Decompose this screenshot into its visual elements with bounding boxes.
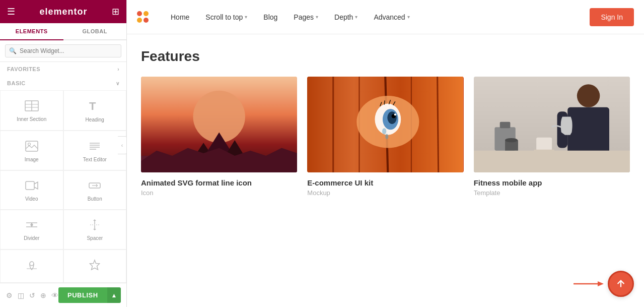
- widget-image[interactable]: Image: [0, 131, 63, 170]
- widget-star[interactable]: [63, 250, 127, 283]
- map-icon: [25, 259, 38, 272]
- widget-spacer[interactable]: Spacer: [63, 210, 127, 249]
- tab-global[interactable]: GLOBAL: [63, 23, 127, 39]
- widget-label: Inner Section: [17, 116, 46, 122]
- nav-logo: [137, 11, 149, 23]
- sidebar-collapse-button[interactable]: ‹: [118, 136, 127, 154]
- svg-text:T: T: [89, 100, 96, 112]
- publish-dropdown-button[interactable]: ▲: [107, 287, 121, 303]
- nav-links: Home Scroll to top ▾ Blog Pages ▾ Depth …: [164, 9, 590, 25]
- sidebar: ☰ elementor ⊞ ELEMENTS GLOBAL 🔍 FAVORITE…: [0, 0, 127, 307]
- layers-icon[interactable]: ◫: [18, 291, 24, 299]
- heading-icon: T: [88, 100, 101, 114]
- nav-blog[interactable]: Blog: [256, 9, 284, 25]
- scroll-top-wrapper: [574, 271, 634, 297]
- svg-marker-64: [598, 281, 604, 286]
- logo-dot-3: [137, 18, 142, 23]
- nav-pages[interactable]: Pages ▾: [287, 9, 325, 25]
- widget-button[interactable]: Button: [63, 170, 127, 210]
- spacer-icon: [88, 219, 101, 232]
- feature-card-2[interactable]: E-commerce UI kit Mockup: [307, 77, 463, 197]
- chevron-down-icon: ▾: [316, 14, 318, 20]
- features-grid: Animated SVG format line icon Icon: [141, 77, 630, 197]
- chevron-right-icon: ›: [117, 67, 119, 72]
- logo-dot-4: [144, 18, 149, 23]
- bottom-icons: ⚙ ◫ ↺ ⊕ 👁: [6, 291, 58, 299]
- feature-subtitle-2: Mockup: [307, 189, 463, 197]
- logo-dot-2: [144, 11, 149, 16]
- section-favorites[interactable]: FAVORITES ›: [0, 62, 126, 76]
- arrow-up-icon: [615, 278, 626, 289]
- svg-rect-58: [499, 122, 510, 128]
- widget-video[interactable]: Video: [0, 170, 63, 210]
- sidebar-bottom: ⚙ ◫ ↺ ⊕ 👁 PUBLISH ▲: [0, 283, 126, 307]
- svg-rect-54: [567, 107, 609, 154]
- page-title: Features: [141, 48, 630, 65]
- tab-elements[interactable]: ELEMENTS: [0, 23, 63, 40]
- feature-card-3[interactable]: Fitness mobile app Template: [474, 77, 630, 197]
- settings-icon[interactable]: ⚙: [6, 291, 13, 299]
- feature-subtitle-3: Template: [474, 189, 630, 197]
- page-content: Features: [127, 34, 644, 307]
- inner-section-icon: [25, 100, 39, 113]
- button-icon: [88, 180, 101, 193]
- section-basic[interactable]: BASIC ∨: [0, 76, 126, 90]
- svg-rect-5: [26, 141, 38, 151]
- menu-icon[interactable]: ☰: [7, 6, 15, 17]
- nav-advanced[interactable]: Advanced ▾: [367, 9, 416, 25]
- svg-marker-20: [93, 219, 96, 221]
- chevron-down-icon: ▾: [245, 14, 247, 20]
- widget-divider[interactable]: Divider: [0, 210, 63, 249]
- nav-scroll-to-top[interactable]: Scroll to top ▾: [198, 9, 254, 25]
- svg-point-50: [382, 128, 386, 134]
- svg-point-43: [388, 111, 397, 124]
- publish-group: PUBLISH ▲: [58, 287, 121, 303]
- nav-home[interactable]: Home: [164, 9, 196, 25]
- widget-inner-section[interactable]: Inner Section: [0, 90, 63, 131]
- svg-marker-22: [93, 229, 96, 230]
- search-input[interactable]: [5, 44, 121, 57]
- sidebar-header: ☰ elementor ⊞: [0, 0, 126, 23]
- feature-card-1[interactable]: Animated SVG format line icon Icon: [141, 77, 297, 197]
- scroll-to-top-button[interactable]: [608, 271, 634, 297]
- svg-point-60: [505, 138, 518, 142]
- video-icon: [25, 180, 38, 193]
- feature-title-3: Fitness mobile app: [474, 178, 630, 187]
- widget-heading[interactable]: T Heading: [63, 90, 127, 131]
- main-content: Home Scroll to top ▾ Blog Pages ▾ Depth …: [127, 0, 644, 307]
- widget-text-editor[interactable]: Text Editor: [63, 131, 127, 170]
- widget-map[interactable]: [0, 250, 63, 283]
- grid-icon[interactable]: ⊞: [112, 6, 119, 17]
- svg-point-24: [30, 262, 34, 266]
- feature-subtitle-1: Icon: [141, 189, 297, 197]
- logo-dots: [137, 11, 149, 23]
- feature-image-2: [307, 77, 463, 172]
- svg-point-51: [385, 134, 388, 139]
- signin-button[interactable]: Sign In: [590, 8, 634, 26]
- sidebar-search-wrapper: 🔍: [0, 40, 126, 62]
- publish-button[interactable]: PUBLISH: [58, 287, 107, 303]
- feature-image-3: [474, 77, 630, 172]
- chevron-down-icon: ▾: [355, 14, 357, 20]
- nav-depth[interactable]: Depth ▾: [327, 9, 365, 25]
- svg-line-47: [384, 100, 385, 104]
- text-editor-icon: [88, 141, 101, 154]
- navigator-icon[interactable]: ⊕: [40, 291, 46, 299]
- feature-title-1: Animated SVG format line icon: [141, 178, 297, 187]
- svg-point-53: [577, 84, 600, 107]
- search-icon: 🔍: [9, 47, 17, 54]
- feature-title-2: E-commerce UI kit: [307, 178, 463, 187]
- image-icon: [25, 141, 38, 154]
- svg-point-6: [28, 143, 30, 145]
- history-icon[interactable]: ↺: [29, 291, 35, 299]
- svg-rect-61: [536, 138, 552, 151]
- widget-label: Divider: [24, 235, 39, 241]
- sidebar-logo: elementor: [39, 7, 87, 17]
- eye-icon[interactable]: 👁: [51, 291, 58, 299]
- scroll-arrow-line: [574, 280, 604, 288]
- svg-point-45: [394, 113, 396, 115]
- widget-label: Spacer: [87, 235, 103, 241]
- svg-rect-11: [26, 181, 34, 190]
- widgets-grid: Inner Section T Heading Image: [0, 90, 126, 283]
- widget-label: Heading: [86, 117, 104, 123]
